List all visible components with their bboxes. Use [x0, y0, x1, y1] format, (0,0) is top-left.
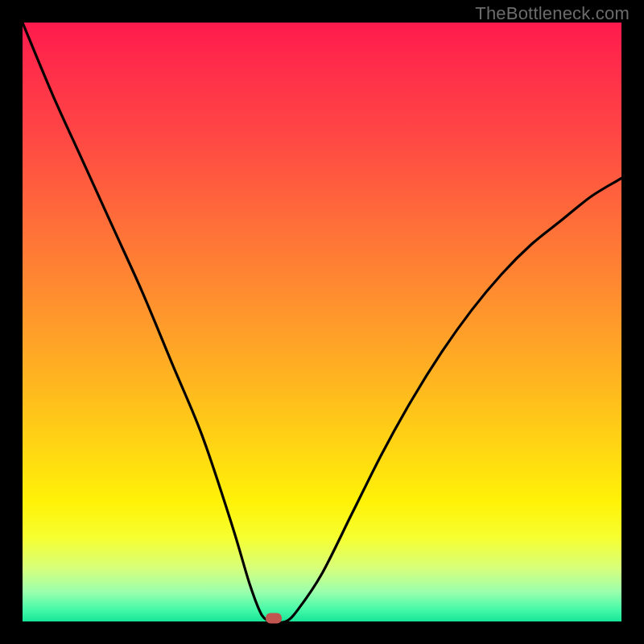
curve-svg — [23, 23, 621, 621]
bottleneck-curve — [23, 23, 621, 621]
optimal-marker — [266, 613, 282, 624]
chart-frame: TheBottleneck.com — [0, 0, 644, 644]
watermark-text: TheBottleneck.com — [475, 3, 630, 24]
plot-area — [23, 23, 621, 621]
